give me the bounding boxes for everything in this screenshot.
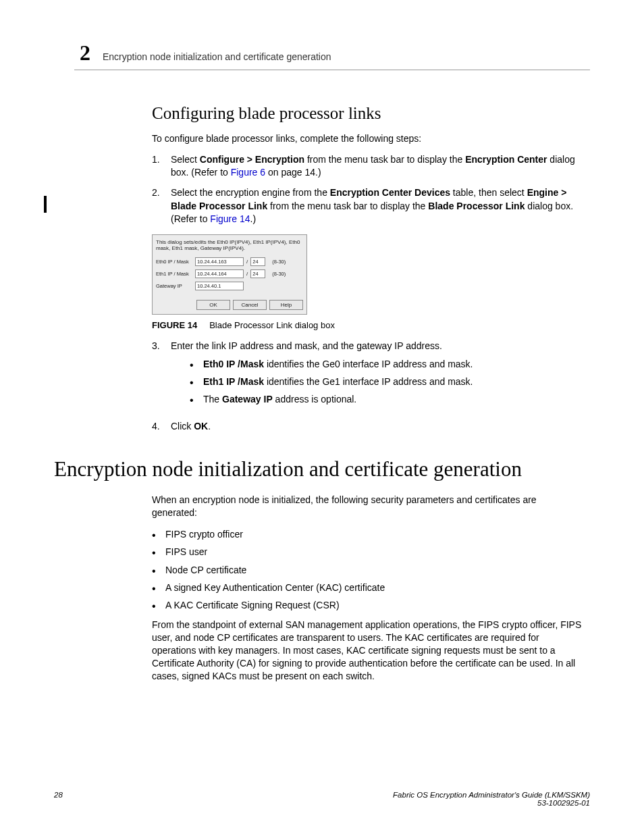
dialog-description: This dialog sets/edits the Eth0 IP(IPV4)… (156, 239, 303, 252)
figure-6-link[interactable]: Figure 6 (231, 167, 265, 178)
running-title: Encryption node initialization and certi… (103, 51, 331, 62)
list-item: A signed Key Authentication Center (KAC)… (152, 581, 583, 594)
step-list-continued: 3. Enter the link IP address and mask, a… (152, 340, 583, 433)
figure-14-link[interactable]: Figure 14 (210, 213, 250, 224)
page-header: 2 Encryption node initialization and cer… (80, 41, 590, 66)
eth0-row: Eth0 IP / Mask 10.24.44.163 / 24 (8-30) (156, 256, 303, 267)
eth0-label: Eth0 IP / Mask (156, 259, 195, 265)
chapter-number: 2 (80, 41, 90, 66)
main-heading: Encryption node initialization and certi… (54, 457, 583, 481)
eth0-ip-input[interactable]: 10.24.44.163 (195, 257, 244, 266)
ok-button[interactable]: OK (196, 300, 230, 310)
page-footer: 28 Fabric OS Encryption Administrator's … (54, 791, 590, 807)
eth1-ip-input[interactable]: 10.24.44.164 (195, 269, 244, 278)
step-4: 4. Click OK. (152, 420, 583, 434)
section2-intro: When an encryption node is initialized, … (152, 494, 583, 519)
change-bar (44, 196, 47, 213)
step-2: 2. Select the encryption engine from the… (152, 186, 583, 226)
bullet-eth0: Eth0 IP /Mask identifies the Ge0 interfa… (190, 357, 583, 371)
eth0-mask-input[interactable]: 24 (250, 257, 265, 266)
section-heading: Configuring blade processor links (152, 104, 583, 123)
cancel-button[interactable]: Cancel (233, 300, 267, 310)
header-rule (74, 70, 590, 70)
intro-paragraph: To configure blade processor links, comp… (152, 132, 583, 145)
figure-caption: FIGURE 14Blade Processor Link dialog box (152, 320, 583, 330)
book-title: Fabric OS Encryption Administrator's Gui… (393, 791, 590, 799)
blade-processor-link-dialog: This dialog sets/edits the Eth0 IP(IPV4)… (152, 234, 307, 315)
list-item: FIPS crypto officer (152, 527, 583, 541)
gateway-row: Gateway IP 10.24.40.1 (156, 280, 303, 292)
bullet-eth1: Eth1 IP /Mask identifies the Ge1 interfa… (190, 375, 583, 388)
eth1-row: Eth1 IP / Mask 10.24.44.164 / 24 (8-30) (156, 268, 303, 280)
security-params-list: FIPS crypto officer FIPS user Node CP ce… (152, 527, 583, 612)
eth1-label: Eth1 IP / Mask (156, 271, 195, 277)
step3-bullets: Eth0 IP /Mask identifies the Ge0 interfa… (171, 357, 583, 407)
step-list: 1. Select Configure > Encryption from th… (152, 153, 583, 226)
list-item: A KAC Certificate Signing Request (CSR) (152, 598, 583, 612)
bullet-gateway: The Gateway IP address is optional. (190, 392, 583, 406)
gateway-ip-input[interactable]: 10.24.40.1 (195, 282, 244, 290)
list-item: FIPS user (152, 545, 583, 558)
step-3: 3. Enter the link IP address and mask, a… (152, 340, 583, 413)
page-number: 28 (54, 791, 63, 807)
section2-para2: From the standpoint of external SAN mana… (152, 619, 583, 682)
list-item: Node CP certificate (152, 563, 583, 577)
gateway-label: Gateway IP (156, 283, 195, 289)
doc-number: 53-1002925-01 (537, 799, 590, 807)
eth1-mask-input[interactable]: 24 (250, 269, 265, 278)
step-1: 1. Select Configure > Encryption from th… (152, 153, 583, 180)
help-button[interactable]: Help (269, 300, 303, 310)
